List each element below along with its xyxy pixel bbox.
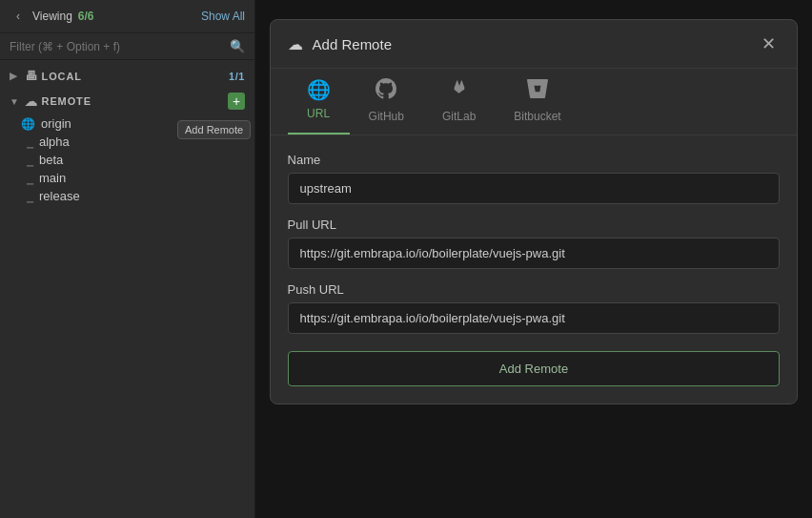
show-all-link[interactable]: Show All [201, 10, 245, 23]
local-label: LOCAL [42, 71, 82, 82]
github-tab-label: GitHub [369, 110, 404, 123]
viewing-info: ‹ Viewing 6/6 [10, 8, 94, 25]
push-url-input[interactable] [288, 302, 781, 334]
modal-form: Name Pull URL Push URL Add Remote [271, 135, 798, 404]
url-tab-icon: 🌐 [307, 78, 331, 101]
remote-section-header[interactable]: ▼ ☁ REMOTE + [0, 88, 254, 114]
push-url-group: Push URL [288, 282, 781, 334]
url-tab-label: URL [307, 107, 330, 120]
branch-icon: ⎯ [27, 135, 33, 149]
expand-icon-remote: ▼ [10, 96, 21, 107]
pull-url-label: Pull URL [288, 218, 781, 232]
branch-release[interactable]: ⎯ release [0, 187, 254, 205]
name-input[interactable] [288, 173, 781, 204]
expand-icon: ▶ [10, 71, 21, 81]
pull-url-input[interactable] [288, 238, 781, 269]
local-section-header[interactable]: ▶ 🖶 LOCAL 1/1 [0, 64, 254, 88]
sidebar-header: ‹ Viewing 6/6 Show All [0, 0, 254, 33]
filter-bar: 🔍 [0, 33, 254, 60]
modal-overlay: ☁ Add Remote ✕ 🌐 URL GitHub [255, 0, 812, 518]
cloud-modal-icon: ☁ [288, 35, 303, 53]
modal-close-button[interactable]: ✕ [758, 33, 780, 54]
branch-beta[interactable]: ⎯ beta [0, 151, 254, 169]
sidebar: ‹ Viewing 6/6 Show All 🔍 ▶ 🖶 LOCAL 1/1 ▼… [0, 0, 255, 518]
add-remote-modal: ☁ Add Remote ✕ 🌐 URL GitHub [270, 19, 799, 404]
branch-icon: ⎯ [27, 190, 33, 203]
tree-section: ▶ 🖶 LOCAL 1/1 ▼ ☁ REMOTE + Add Remote 🌐 … [0, 60, 254, 518]
bitbucket-tab-icon [527, 78, 548, 104]
name-group: Name [288, 153, 781, 204]
branch-main[interactable]: ⎯ main [0, 169, 254, 187]
modal-tabs: 🌐 URL GitHub GitLab [271, 69, 798, 135]
origin-label: origin [41, 116, 71, 131]
pull-url-group: Pull URL [288, 218, 781, 269]
branch-icon: ⎯ [27, 154, 33, 167]
remote-label: REMOTE [42, 95, 91, 107]
monitor-icon: 🖶 [25, 69, 38, 83]
branch-icon: ⎯ [27, 172, 33, 185]
local-count: 1/1 [229, 71, 245, 82]
tab-url[interactable]: 🌐 URL [288, 69, 350, 135]
push-url-label: Push URL [288, 282, 781, 297]
name-label: Name [288, 153, 781, 167]
tab-gitlab[interactable]: GitLab [423, 69, 495, 135]
add-remote-button[interactable]: + [228, 93, 245, 110]
add-remote-tooltip: Add Remote [177, 120, 251, 139]
gitlab-tab-icon [449, 78, 470, 104]
branch-label: beta [39, 153, 63, 167]
branch-label: alpha [39, 135, 70, 149]
viewing-count: 6/6 [78, 10, 94, 23]
submit-button[interactable]: Add Remote [288, 351, 781, 386]
globe-icon: 🌐 [21, 117, 35, 131]
search-icon: 🔍 [230, 39, 245, 53]
cloud-icon: ☁ [25, 94, 38, 109]
branch-label: release [39, 189, 80, 203]
filter-input[interactable] [10, 40, 224, 53]
tab-bitbucket[interactable]: Bitbucket [495, 69, 579, 135]
branch-label: main [39, 171, 66, 185]
gitlab-tab-label: GitLab [442, 110, 476, 123]
modal-header: ☁ Add Remote ✕ [271, 20, 798, 69]
modal-title: Add Remote [313, 36, 749, 52]
bitbucket-tab-label: Bitbucket [514, 110, 560, 123]
viewing-label: Viewing [32, 10, 72, 23]
github-tab-icon [376, 78, 396, 104]
back-icon[interactable]: ‹ [10, 8, 27, 25]
tab-github[interactable]: GitHub [350, 69, 423, 135]
